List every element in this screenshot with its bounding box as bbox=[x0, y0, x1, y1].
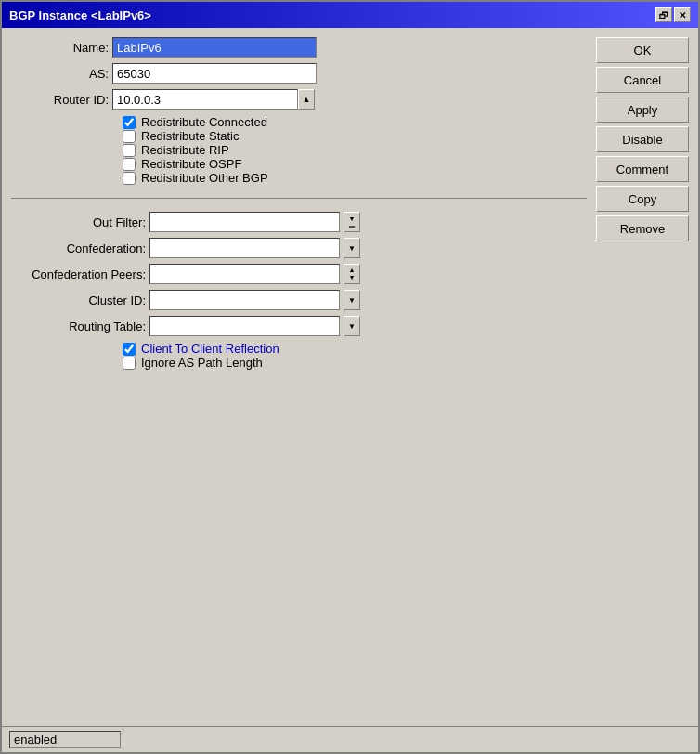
out-filter-input[interactable] bbox=[149, 212, 340, 232]
status-value: enabled bbox=[14, 733, 57, 747]
copy-button[interactable]: Copy bbox=[596, 186, 689, 212]
restore-button[interactable]: 🗗 bbox=[655, 7, 672, 22]
confederation-peers-row: Confederation Peers: ▲ ▼ bbox=[11, 264, 587, 284]
cluster-id-input[interactable] bbox=[149, 290, 340, 310]
redistribute-connected-row: Redistribute Connected bbox=[11, 115, 587, 129]
cancel-button[interactable]: Cancel bbox=[596, 67, 689, 93]
redistribute-other-bgp-row: Redistribute Other BGP bbox=[11, 171, 587, 185]
redistribute-ospf-checkbox[interactable] bbox=[123, 158, 136, 171]
ignore-as-path-row: Ignore AS Path Length bbox=[11, 356, 587, 370]
as-label: AS: bbox=[11, 67, 109, 81]
redistribute-other-bgp-label: Redistribute Other BGP bbox=[141, 171, 268, 185]
routing-table-input[interactable] bbox=[149, 316, 340, 336]
status-text: enabled bbox=[9, 731, 121, 748]
redistribute-static-row: Redistribute Static bbox=[11, 129, 587, 143]
redistribute-ospf-label: Redistribute OSPF bbox=[141, 157, 241, 171]
button-area: OK Cancel Apply Disable Comment Copy Rem… bbox=[596, 37, 689, 717]
status-bar: enabled bbox=[2, 726, 698, 752]
redistribute-rip-row: Redistribute RIP bbox=[11, 143, 587, 157]
name-input[interactable] bbox=[112, 37, 317, 58]
confederation-peers-spin-btn[interactable]: ▲ ▼ bbox=[344, 264, 360, 284]
router-id-label: Router ID: bbox=[11, 93, 109, 107]
router-id-wrapper: ▲ bbox=[112, 89, 315, 110]
confederation-peers-label: Confederation Peers: bbox=[11, 267, 146, 281]
as-input[interactable] bbox=[112, 63, 317, 84]
redistribute-other-bgp-checkbox[interactable] bbox=[123, 172, 136, 185]
redistribute-connected-label: Redistribute Connected bbox=[141, 115, 267, 129]
redistribute-rip-checkbox[interactable] bbox=[123, 144, 136, 157]
routing-table-row: Routing Table: ▼ bbox=[11, 316, 587, 336]
cluster-id-label: Cluster ID: bbox=[11, 293, 146, 307]
bottom-checkboxes: Client To Client ReflectionIgnore AS Pat… bbox=[11, 342, 587, 370]
redistribute-connected-checkbox[interactable] bbox=[123, 116, 136, 129]
ignore-as-path-checkbox[interactable] bbox=[123, 357, 136, 370]
form-area: Name: AS: Router ID: ▲ bbox=[11, 37, 587, 717]
title-bar: BGP Instance <LabIPv6> 🗗 ✕ bbox=[2, 2, 698, 28]
separator bbox=[11, 198, 587, 199]
router-id-input[interactable] bbox=[112, 89, 298, 110]
client-to-client-label: Client To Client Reflection bbox=[141, 342, 279, 356]
client-to-client-checkbox[interactable] bbox=[123, 343, 136, 356]
redistribute-rip-label: Redistribute RIP bbox=[141, 143, 229, 157]
window: BGP Instance <LabIPv6> 🗗 ✕ Name: AS: bbox=[0, 0, 700, 754]
confederation-input[interactable] bbox=[149, 238, 340, 258]
as-row: AS: bbox=[11, 63, 587, 84]
client-to-client-row: Client To Client Reflection bbox=[11, 342, 587, 356]
comment-button[interactable]: Comment bbox=[596, 156, 689, 182]
out-filter-row: Out Filter: ▼▬ bbox=[11, 212, 587, 232]
main-area: Name: AS: Router ID: ▲ bbox=[11, 37, 689, 717]
title-bar-controls: 🗗 ✕ bbox=[655, 7, 691, 22]
routing-table-label: Routing Table: bbox=[11, 319, 146, 333]
routing-table-dropdown-btn[interactable]: ▼ bbox=[344, 316, 360, 336]
apply-button[interactable]: Apply bbox=[596, 97, 689, 123]
confederation-label: Confederation: bbox=[11, 241, 146, 255]
redistribute-static-label: Redistribute Static bbox=[141, 129, 240, 143]
redistribute-ospf-row: Redistribute OSPF bbox=[11, 157, 587, 171]
window-title: BGP Instance <LabIPv6> bbox=[9, 8, 151, 22]
router-id-spin-up[interactable]: ▲ bbox=[298, 89, 315, 110]
confederation-dropdown-btn[interactable]: ▼ bbox=[344, 238, 360, 258]
redistribute-static-checkbox[interactable] bbox=[123, 130, 136, 143]
redistribute-checkboxes: Redistribute ConnectedRedistribute Stati… bbox=[11, 115, 587, 185]
confederation-peers-input[interactable] bbox=[149, 264, 340, 284]
ok-button[interactable]: OK bbox=[596, 37, 689, 63]
name-label: Name: bbox=[11, 41, 109, 55]
out-filter-dropdown-btn[interactable]: ▼▬ bbox=[344, 212, 360, 232]
remove-button[interactable]: Remove bbox=[596, 215, 689, 241]
cluster-id-row: Cluster ID: ▼ bbox=[11, 290, 587, 310]
disable-button[interactable]: Disable bbox=[596, 126, 689, 152]
close-button[interactable]: ✕ bbox=[674, 7, 691, 22]
cluster-id-dropdown-btn[interactable]: ▼ bbox=[344, 290, 360, 310]
ignore-as-path-label: Ignore AS Path Length bbox=[141, 356, 263, 370]
router-id-row: Router ID: ▲ bbox=[11, 89, 587, 110]
confederation-row: Confederation: ▼ bbox=[11, 238, 587, 258]
name-row: Name: bbox=[11, 37, 587, 58]
main-content: Name: AS: Router ID: ▲ bbox=[2, 28, 698, 726]
out-filter-label: Out Filter: bbox=[11, 215, 146, 229]
